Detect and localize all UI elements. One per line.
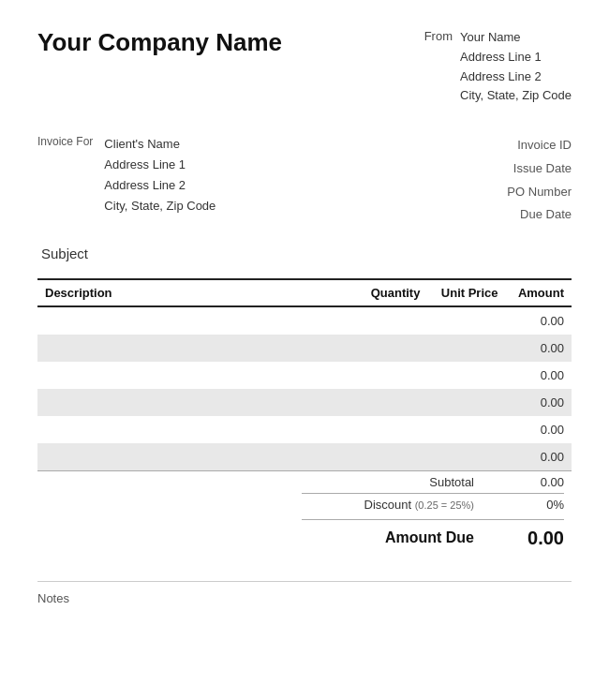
from-address2: Address Line 2	[460, 67, 572, 87]
issue-date-label: Issue Date	[513, 157, 572, 181]
cell-unit-price	[427, 389, 505, 416]
subject-label: Subject	[41, 246, 572, 261]
cell-unit-price	[427, 306, 505, 335]
invoice-table: Description Quantity Unit Price Amount 0…	[37, 278, 572, 470]
col-quantity: Quantity	[358, 279, 427, 306]
cell-amount: 0.00	[505, 335, 572, 362]
table-row: 0.00	[37, 306, 572, 335]
discount-label: Discount (0.25 = 25%)	[302, 498, 489, 512]
table-header-row: Description Quantity Unit Price Amount	[37, 279, 572, 306]
col-unit-price: Unit Price	[427, 279, 505, 306]
cell-description	[37, 443, 358, 470]
col-description: Description	[37, 279, 358, 306]
cell-amount: 0.00	[505, 306, 572, 335]
invoice-header: Your Company Name From Your Name Address…	[37, 28, 572, 106]
cell-unit-price	[427, 443, 505, 470]
cell-quantity	[358, 362, 427, 389]
bill-to-details: Client's Name Address Line 1 Address Lin…	[104, 134, 215, 227]
company-name: Your Company Name	[37, 28, 282, 57]
invoice-meta: Invoice For Client's Name Address Line 1…	[37, 134, 572, 227]
from-name: Your Name	[460, 28, 572, 48]
discount-hint: (0.25 = 25%)	[415, 499, 474, 511]
cell-quantity	[358, 389, 427, 416]
cell-quantity	[358, 443, 427, 470]
cell-unit-price	[427, 335, 505, 362]
po-number-label: PO Number	[507, 181, 572, 204]
cell-amount: 0.00	[505, 443, 572, 470]
invoice-for-label: Invoice For	[37, 135, 93, 227]
client-name: Client's Name	[104, 134, 215, 155]
table-row: 0.00	[37, 389, 572, 416]
cell-unit-price	[427, 362, 505, 389]
discount-label-text: Discount	[364, 498, 412, 512]
discount-value: 0%	[489, 498, 564, 512]
client-city: City, State, Zip Code	[104, 196, 215, 216]
cell-amount: 0.00	[505, 389, 572, 416]
bill-to-block: Invoice For Client's Name Address Line 1…	[37, 134, 215, 227]
from-block: From Your Name Address Line 1 Address Li…	[424, 28, 572, 106]
table-row: 0.00	[37, 362, 572, 389]
cell-quantity	[358, 306, 427, 335]
cell-amount: 0.00	[505, 416, 572, 443]
client-address1: Address Line 1	[104, 155, 215, 175]
cell-description	[37, 306, 358, 335]
table-row: 0.00	[37, 443, 572, 470]
due-date-label: Due Date	[520, 203, 572, 227]
table-row: 0.00	[37, 416, 572, 443]
col-amount: Amount	[505, 279, 572, 306]
cell-description	[37, 362, 358, 389]
invoice-id-label: Invoice ID	[517, 134, 572, 157]
notes-label: Notes	[37, 591, 69, 605]
cell-amount: 0.00	[505, 362, 572, 389]
from-city: City, State, Zip Code	[460, 86, 572, 106]
subtotal-row: Subtotal 0.00	[302, 471, 564, 493]
subject-section: Subject	[37, 246, 572, 261]
invoice-ids-block: Invoice ID Issue Date PO Number Due Date	[507, 134, 572, 227]
totals-section: Subtotal 0.00 Discount (0.25 = 25%) 0% A…	[37, 470, 572, 553]
cell-description	[37, 416, 358, 443]
from-details: Your Name Address Line 1 Address Line 2 …	[460, 28, 572, 106]
subtotal-label: Subtotal	[302, 475, 489, 489]
from-label: From	[424, 29, 453, 106]
discount-row: Discount (0.25 = 25%) 0%	[302, 494, 564, 515]
cell-quantity	[358, 416, 427, 443]
amount-due-row: Amount Due 0.00	[302, 519, 564, 553]
subtotal-value: 0.00	[489, 475, 564, 489]
notes-section: Notes	[37, 581, 572, 605]
cell-description	[37, 335, 358, 362]
cell-description	[37, 389, 358, 416]
amount-due-label: Amount Due	[302, 529, 489, 546]
cell-quantity	[358, 335, 427, 362]
amount-due-value: 0.00	[489, 528, 564, 549]
table-row: 0.00	[37, 335, 572, 362]
from-address1: Address Line 1	[460, 48, 572, 67]
cell-unit-price	[427, 416, 505, 443]
client-address2: Address Line 2	[104, 175, 215, 196]
